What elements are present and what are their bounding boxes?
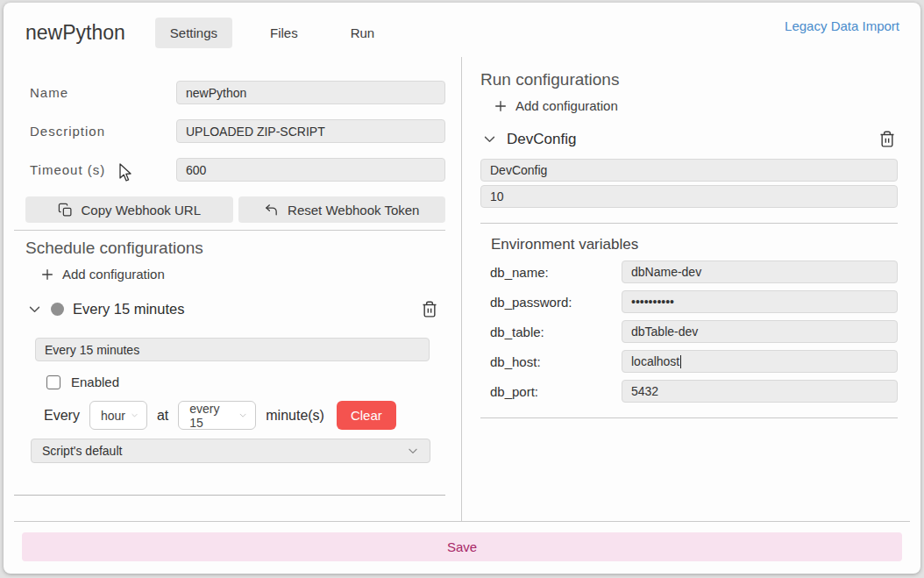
name-input[interactable] <box>176 81 445 104</box>
tab-run[interactable]: Run <box>336 18 390 48</box>
enabled-label: Enabled <box>71 375 119 389</box>
schedule-item-title: Every 15 minutes <box>73 301 184 318</box>
env-row-db-port: db_port: <box>480 380 898 403</box>
env-row-db-table: db_table: <box>480 320 898 343</box>
runconfig-select-value: Script's default <box>42 444 122 458</box>
description-label: Description <box>25 124 176 139</box>
schedule-item-header: Every 15 minutes <box>27 300 438 318</box>
db-table-input[interactable] <box>622 320 898 343</box>
name-row: Name <box>25 81 445 104</box>
divider <box>14 521 910 522</box>
add-run-configuration-button[interactable]: Add configuration <box>494 98 898 113</box>
db-host-label: db_host: <box>480 354 622 369</box>
reset-webhook-token-button[interactable]: Reset Webhook Token <box>238 196 446 223</box>
hour-select[interactable]: hour <box>89 401 147 430</box>
plus-icon <box>40 268 54 282</box>
header: newPython Settings Files Run Legacy Data… <box>4 3 920 57</box>
page-title: newPython <box>25 21 125 45</box>
add-schedule-configuration-button[interactable]: Add configuration <box>40 267 445 282</box>
script-form: Name Description Timeout (s) <box>25 81 445 182</box>
chevron-down-icon[interactable] <box>482 132 497 146</box>
description-input[interactable] <box>176 119 445 143</box>
add-configuration-label: Add configuration <box>515 98 618 113</box>
run-configurations-panel: Run configurations Add configuration Dev… <box>462 57 920 521</box>
status-dot <box>51 303 64 316</box>
db-port-label: db_port: <box>480 384 622 399</box>
text-caret <box>680 355 681 368</box>
tab-files[interactable]: Files <box>255 18 313 48</box>
minute-select-value: every 15 <box>189 402 233 430</box>
schedule-configurations-heading: Schedule configurations <box>25 239 445 258</box>
enabled-checkbox[interactable] <box>46 375 60 389</box>
chevron-down-icon <box>131 410 139 420</box>
main-content: Name Description Timeout (s) Copy Webhoo… <box>4 57 920 521</box>
run-config-number-input[interactable] <box>480 185 898 208</box>
reset-webhook-label: Reset Webhook Token <box>288 203 419 218</box>
environment-variables-heading: Environment variables <box>491 236 898 253</box>
tab-settings[interactable]: Settings <box>155 18 232 48</box>
timeout-label: Timeout (s) <box>25 162 176 177</box>
run-config-title: DevConfig <box>507 131 576 148</box>
description-row: Description <box>25 119 445 143</box>
tab-bar: Settings Files Run <box>155 18 389 48</box>
env-row-db-name: db_name: <box>480 260 898 283</box>
divider <box>480 223 898 224</box>
copy-icon <box>58 203 73 218</box>
db-port-input[interactable] <box>622 380 898 403</box>
minutes-label: minute(s) <box>266 408 324 424</box>
plus-icon <box>494 99 508 113</box>
delete-schedule-trash-icon[interactable] <box>421 300 438 318</box>
db-password-label: db_password: <box>480 295 622 310</box>
divider <box>480 417 898 418</box>
db-name-label: db_name: <box>480 265 622 280</box>
chevron-down-icon <box>407 445 419 457</box>
hour-select-value: hour <box>101 409 125 423</box>
run-configurations-heading: Run configurations <box>480 70 898 89</box>
enabled-row: Enabled <box>46 375 445 389</box>
run-config-name-input[interactable] <box>480 159 898 182</box>
name-label: Name <box>25 85 176 100</box>
db-host-value: localhost <box>631 354 679 368</box>
db-password-input[interactable] <box>622 290 898 313</box>
webhook-buttons: Copy Webhook URL Reset Webhook Token <box>25 196 445 223</box>
save-button[interactable]: Save <box>22 532 902 561</box>
copy-webhook-url-button[interactable]: Copy Webhook URL <box>25 196 233 223</box>
minute-select[interactable]: every 15 <box>178 401 256 430</box>
undo-arrow-icon <box>264 203 279 218</box>
timeout-input[interactable] <box>176 158 445 182</box>
chevron-down-icon <box>238 410 247 420</box>
delete-run-config-trash-icon[interactable] <box>878 130 896 148</box>
at-label: at <box>157 408 168 424</box>
clear-button[interactable]: Clear <box>337 401 396 430</box>
app-card: newPython Settings Files Run Legacy Data… <box>4 3 920 574</box>
every-label: Every <box>44 408 80 424</box>
chevron-down-icon[interactable] <box>27 302 42 317</box>
db-table-label: db_table: <box>480 325 622 339</box>
env-row-db-host: db_host: localhost <box>480 350 898 373</box>
env-row-db-password: db_password: <box>480 290 898 313</box>
schedule-name-input[interactable] <box>35 338 430 361</box>
copy-webhook-label: Copy Webhook URL <box>82 203 201 218</box>
db-host-input[interactable]: localhost <box>622 350 898 373</box>
divider <box>14 230 445 231</box>
cron-settings-row: Every hour at every 15 minute(s) Clear <box>44 401 445 430</box>
add-configuration-label: Add configuration <box>62 267 165 282</box>
legacy-data-import-link[interactable]: Legacy Data Import <box>785 18 899 33</box>
db-name-input[interactable] <box>622 260 898 283</box>
timeout-row: Timeout (s) <box>25 158 445 182</box>
runconfig-select[interactable]: Script's default <box>31 439 430 463</box>
divider <box>14 495 445 496</box>
settings-panel: Name Description Timeout (s) Copy Webhoo… <box>4 57 462 521</box>
run-config-item-header: DevConfig <box>482 130 896 148</box>
